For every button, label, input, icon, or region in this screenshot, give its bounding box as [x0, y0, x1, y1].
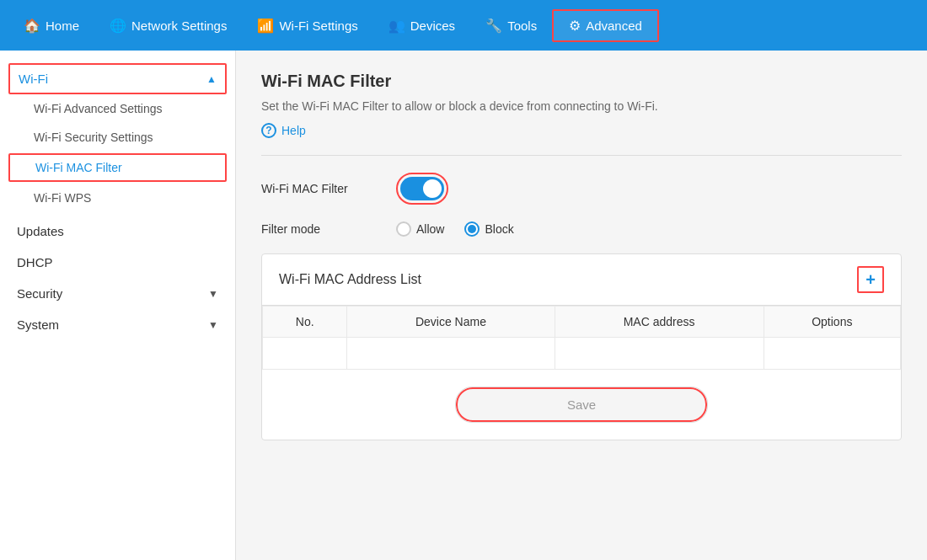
col-no: No.	[263, 307, 347, 338]
save-button-wrapper: Save	[455, 387, 708, 423]
radio-group: Allow Block	[396, 221, 514, 237]
nav-devices[interactable]: 👥 Devices	[373, 11, 470, 40]
sidebar-item-wifi-mac-filter[interactable]: Wi-Fi MAC Filter	[8, 153, 227, 182]
sidebar-wifi-section: Wi-Fi ▲ Wi-Fi Advanced Settings Wi-Fi Se…	[0, 63, 235, 212]
add-mac-button[interactable]: +	[857, 266, 884, 293]
top-nav: 🏠 Home 🌐 Network Settings 📶 Wi-Fi Settin…	[0, 0, 927, 51]
radio-block-circle	[464, 221, 480, 237]
wifi-chevron-icon: ▲	[206, 73, 217, 85]
advanced-icon: ⚙	[569, 18, 581, 34]
home-icon: 🏠	[24, 18, 40, 34]
sidebar-security[interactable]: Security ▼	[0, 278, 235, 309]
nav-advanced[interactable]: ⚙ Advanced	[552, 9, 659, 42]
mac-table-header: Wi-Fi MAC Address List +	[262, 254, 901, 306]
filter-mode-label: Filter mode	[261, 222, 396, 236]
sidebar-item-wifi-advanced[interactable]: Wi-Fi Advanced Settings	[0, 94, 235, 123]
radio-block-inner	[468, 225, 476, 233]
mac-table-title: Wi-Fi MAC Address List	[279, 272, 421, 287]
filter-mode-row: Filter mode Allow Block	[261, 221, 902, 237]
sidebar: Wi-Fi ▲ Wi-Fi Advanced Settings Wi-Fi Se…	[0, 51, 236, 560]
mac-filter-toggle[interactable]	[400, 177, 444, 200]
mac-address-table: No. Device Name MAC address Options	[262, 306, 901, 370]
network-icon: 🌐	[110, 18, 126, 34]
security-chevron-icon: ▼	[208, 288, 218, 300]
mac-filter-row: Wi-Fi MAC Filter	[261, 173, 902, 205]
cell-mac-address	[555, 338, 764, 370]
devices-icon: 👥	[388, 18, 405, 34]
save-button[interactable]: Save	[456, 387, 707, 422]
mac-filter-label: Wi-Fi MAC Filter	[261, 182, 396, 195]
wifi-icon: 📶	[257, 18, 274, 34]
nav-home[interactable]: 🏠 Home	[8, 11, 94, 40]
col-options: Options	[764, 307, 900, 338]
sidebar-item-wifi-security[interactable]: Wi-Fi Security Settings	[0, 123, 235, 152]
page-title: Wi-Fi MAC Filter	[261, 72, 902, 91]
nav-tools[interactable]: 🔧 Tools	[470, 11, 552, 40]
system-chevron-icon: ▼	[208, 319, 218, 331]
radio-allow[interactable]: Allow	[396, 221, 444, 237]
sidebar-item-wifi-wps[interactable]: Wi-Fi WPS	[0, 184, 235, 212]
mac-filter-toggle-wrapper	[396, 173, 448, 205]
help-link[interactable]: ? Help	[261, 123, 902, 138]
table-row	[263, 338, 901, 370]
main-content: Wi-Fi MAC Filter Set the Wi-Fi MAC Filte…	[236, 51, 927, 560]
sidebar-updates[interactable]: Updates	[0, 216, 235, 247]
sidebar-wifi-header[interactable]: Wi-Fi ▲	[8, 63, 227, 94]
toggle-knob	[423, 179, 442, 198]
col-mac-address: MAC address	[555, 307, 764, 338]
help-icon: ?	[261, 123, 276, 138]
mac-table-container: Wi-Fi MAC Address List + No. Device Name…	[261, 253, 902, 440]
table-header-row: No. Device Name MAC address Options	[263, 307, 901, 338]
sidebar-dhcp[interactable]: DHCP	[0, 247, 235, 278]
save-row: Save	[262, 370, 901, 440]
divider	[261, 155, 902, 156]
sidebar-system[interactable]: System ▼	[0, 309, 235, 340]
page-description: Set the Wi-Fi MAC Filter to allow or blo…	[261, 99, 902, 113]
cell-options	[764, 338, 900, 370]
tools-icon: 🔧	[485, 18, 502, 34]
radio-allow-circle	[396, 221, 411, 237]
nav-network-settings[interactable]: 🌐 Network Settings	[94, 11, 242, 40]
cell-no	[263, 338, 347, 370]
main-layout: Wi-Fi ▲ Wi-Fi Advanced Settings Wi-Fi Se…	[0, 51, 927, 560]
col-device-name: Device Name	[347, 307, 555, 338]
cell-device-name	[347, 338, 555, 370]
radio-block[interactable]: Block	[464, 221, 513, 237]
nav-wifi-settings[interactable]: 📶 Wi-Fi Settings	[242, 11, 372, 40]
